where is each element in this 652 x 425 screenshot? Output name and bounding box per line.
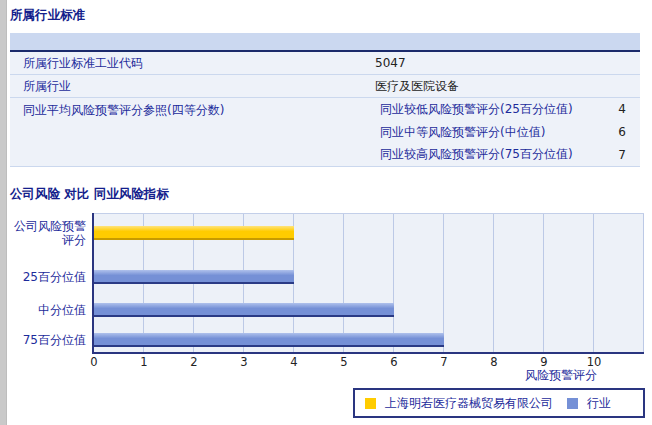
- row-value: 医疗及医院设备: [375, 78, 640, 95]
- plot-right-border: [643, 214, 644, 353]
- group-sub-row: 同业较低风险预警评分(25百分位值) 4: [375, 98, 640, 121]
- sub-row-label: 同业中等风险预警评分(中位值): [375, 124, 618, 141]
- chart-plot-area: [94, 213, 644, 352]
- sub-row-label: 同业较低风险预警评分(25百分位值): [375, 101, 618, 118]
- row-label: 所属行业标准工业代码: [10, 55, 375, 72]
- group-row-label: 同业平均风险预警评分参照(四等分数): [10, 98, 375, 166]
- bar-industry: [94, 333, 444, 347]
- category-label: 25百分位值: [0, 270, 86, 284]
- industry-standard-table: 所属行业标准工业代码 5047 所属行业 医疗及医院设备 同业平均风险预警评分参…: [10, 33, 640, 167]
- legend-swatch-industry: [567, 398, 578, 409]
- sub-row-label: 同业较高风险预警评分(75百分位值): [375, 146, 618, 163]
- risk-comparison-bar-chart: 公司风险预警评分25百分位值中分位值75百分位值 012345678910 风险…: [0, 205, 652, 425]
- bar-company: [94, 226, 294, 240]
- chart-legend: 上海明若医疗器械贸易有限公司行业: [353, 388, 645, 418]
- category-label: 中分位值: [0, 303, 86, 317]
- row-value: 5047: [375, 56, 640, 70]
- group-sub-row: 同业较高风险预警评分(75百分位值) 7: [375, 143, 640, 166]
- sub-row-value: 7: [618, 148, 640, 162]
- sub-row-value: 6: [618, 125, 640, 139]
- chart-x-axis: [92, 352, 644, 354]
- category-label: 公司风险预警评分: [6, 219, 86, 247]
- chart-x-axis-title: 风险预警评分: [94, 367, 597, 384]
- row-label: 所属行业: [10, 78, 375, 95]
- chart-y-axis: [92, 213, 94, 354]
- report-page: 所属行业标准 所属行业标准工业代码 5047 所属行业 医疗及医院设备 同业平均…: [0, 0, 652, 425]
- gridline: [543, 214, 544, 353]
- legend-label: 行业: [587, 395, 611, 412]
- table-row: 所属行业 医疗及医院设备: [10, 75, 640, 98]
- gridline: [593, 214, 594, 353]
- section-title-industry-standard: 所属行业标准: [10, 7, 85, 24]
- table-header-band: [10, 33, 640, 52]
- section-title-risk-comparison: 公司风险 对比 同业风险指标: [10, 186, 169, 203]
- legend-label: 上海明若医疗器械贸易有限公司: [385, 395, 553, 412]
- sub-row-value: 4: [618, 102, 640, 116]
- legend-swatch-company: [365, 398, 376, 409]
- group-sub-row: 同业中等风险预警评分(中位值) 6: [375, 121, 640, 144]
- table-row: 所属行业标准工业代码 5047: [10, 52, 640, 75]
- gridline: [493, 214, 494, 353]
- group-row-values: 同业较低风险预警评分(25百分位值) 4 同业中等风险预警评分(中位值) 6 同…: [375, 98, 640, 166]
- bar-industry: [94, 303, 394, 317]
- bar-industry: [94, 270, 294, 284]
- table-group-row: 同业平均风险预警评分参照(四等分数) 同业较低风险预警评分(25百分位值) 4 …: [10, 98, 640, 167]
- category-label: 75百分位值: [0, 333, 86, 347]
